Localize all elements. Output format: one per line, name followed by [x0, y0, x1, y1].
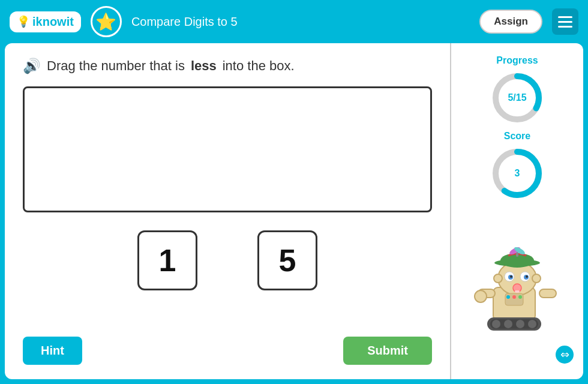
question-suffix: into the box.: [223, 58, 295, 74]
score-value: 3: [515, 168, 520, 179]
drag-number-2[interactable]: 5: [257, 230, 317, 290]
star-badge: ⭐: [91, 6, 122, 37]
star-icon: ⭐: [95, 12, 116, 32]
svg-point-32: [494, 274, 502, 283]
right-panel: Progress 5/15 Score 3: [451, 43, 583, 379]
svg-point-15: [510, 275, 512, 278]
question-text: 🔊 Drag the number that is less into the …: [23, 58, 432, 74]
lesson-title: Compare Digits to 5: [131, 15, 470, 29]
svg-point-27: [528, 320, 536, 328]
svg-point-25: [504, 320, 512, 328]
header: 💡 iknowit ⭐ Compare Digits to 5 Assign: [0, 0, 588, 43]
logo: 💡 iknowit: [10, 11, 81, 32]
hamburger-line-3: [558, 26, 572, 28]
progress-label: Progress: [496, 55, 538, 66]
arrow-icon: ⇔: [560, 348, 569, 361]
left-panel: 🔊 Drag the number that is less into the …: [5, 43, 451, 379]
svg-rect-18: [515, 290, 520, 293]
score-section: Score 3: [490, 131, 544, 200]
svg-point-29: [506, 295, 510, 299]
mascot-icon: [472, 242, 562, 338]
hint-button[interactable]: Hint: [23, 337, 82, 365]
drag-numbers: 1 5: [23, 230, 432, 290]
hamburger-line-2: [558, 21, 572, 23]
app-container: 💡 iknowit ⭐ Compare Digits to 5 Assign 🔊…: [0, 0, 588, 384]
main-area: 🔊 Drag the number that is less into the …: [5, 43, 583, 379]
speaker-icon[interactable]: 🔊: [23, 58, 41, 74]
progress-section: Progress 5/15: [490, 55, 544, 125]
nav-arrow-button[interactable]: ⇔: [554, 344, 575, 365]
bottom-buttons: Hint Submit: [23, 337, 432, 365]
mascot-area: [472, 206, 562, 338]
question-bold: less: [191, 58, 217, 74]
svg-point-26: [516, 320, 524, 328]
svg-point-31: [518, 295, 522, 299]
hamburger-line-1: [558, 16, 572, 18]
svg-point-24: [492, 320, 500, 328]
svg-point-21: [475, 290, 487, 302]
score-donut: 3: [490, 146, 544, 200]
assign-button[interactable]: Assign: [479, 10, 542, 34]
svg-point-33: [532, 274, 541, 283]
logo-text: iknowit: [32, 15, 74, 29]
score-label: Score: [504, 131, 530, 142]
submit-button[interactable]: Submit: [343, 337, 432, 365]
menu-button[interactable]: [552, 8, 578, 35]
svg-point-30: [512, 295, 516, 299]
logo-icon: 💡: [17, 15, 30, 28]
svg-rect-20: [539, 289, 556, 298]
drag-number-1[interactable]: 1: [137, 230, 197, 290]
svg-point-16: [526, 275, 528, 278]
question-prefix: Drag the number that is: [47, 58, 185, 74]
progress-donut: 5/15: [490, 71, 544, 125]
progress-value: 5/15: [508, 92, 526, 103]
drop-box[interactable]: [23, 86, 432, 212]
